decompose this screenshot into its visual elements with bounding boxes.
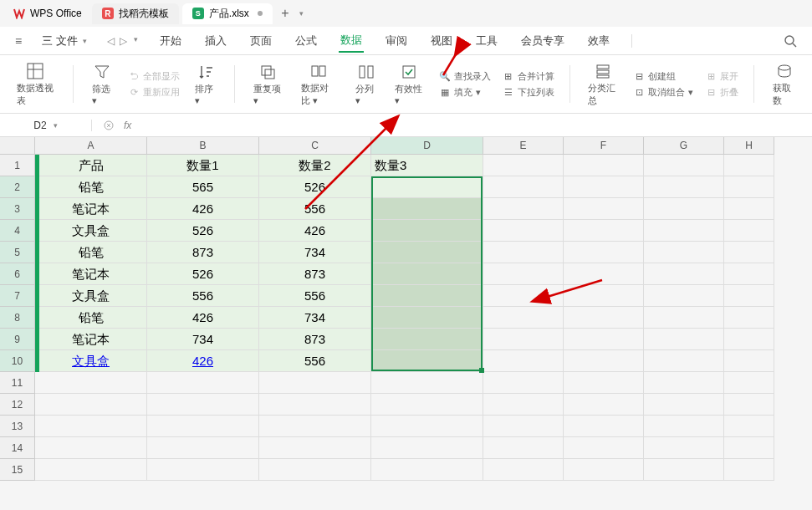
cell[interactable]: 笔记本 — [35, 198, 147, 220]
ribbon-filter[interactable]: 筛选 ▾ — [89, 60, 116, 108]
name-box[interactable]: D2 ▾ — [0, 120, 92, 131]
cell[interactable] — [147, 437, 259, 459]
ribbon-split[interactable]: 分列 ▾ — [352, 60, 380, 108]
cell[interactable] — [564, 176, 644, 198]
cell[interactable] — [644, 307, 724, 329]
row-header[interactable]: 7 — [0, 285, 35, 307]
cell[interactable]: 556 — [147, 285, 259, 307]
cell[interactable] — [644, 263, 724, 285]
cell[interactable] — [644, 394, 724, 416]
menu-formula[interactable]: 公式 — [294, 30, 319, 52]
cell[interactable] — [371, 307, 483, 329]
collapse-button[interactable]: ⊟折叠 — [705, 86, 738, 99]
cell[interactable] — [644, 329, 724, 350]
cell[interactable] — [724, 350, 774, 372]
menu-insert[interactable]: 插入 — [203, 30, 228, 52]
row-header[interactable]: 2 — [0, 176, 35, 198]
cell[interactable] — [35, 372, 147, 394]
cell[interactable]: 556 — [259, 285, 371, 307]
cell[interactable] — [35, 416, 147, 437]
cell[interactable] — [644, 350, 724, 372]
cell[interactable]: 铅笔 — [35, 242, 147, 263]
cell[interactable] — [724, 263, 774, 285]
cell[interactable] — [564, 307, 644, 329]
cell[interactable] — [483, 198, 564, 220]
row-header[interactable]: 6 — [0, 263, 35, 285]
menu-start[interactable]: 开始 — [158, 30, 183, 52]
tabs-dropdown-icon[interactable]: ▾ — [299, 9, 304, 18]
cell[interactable]: 426 — [147, 198, 259, 220]
col-header-A[interactable]: A — [35, 137, 147, 155]
cell[interactable] — [724, 416, 774, 437]
cell[interactable]: 笔记本 — [35, 263, 147, 285]
ungroup-button[interactable]: ⊡取消组合 ▾ — [633, 86, 693, 99]
cell[interactable] — [371, 220, 483, 242]
cell[interactable]: 426 — [259, 220, 371, 242]
cell[interactable] — [259, 459, 371, 481]
row-header[interactable]: 12 — [0, 394, 35, 416]
cell[interactable]: 873 — [147, 242, 259, 263]
menu-view[interactable]: 视图 — [429, 30, 454, 52]
cell[interactable] — [371, 459, 483, 481]
cell[interactable] — [724, 176, 774, 198]
cell[interactable] — [371, 437, 483, 459]
row-header[interactable]: 13 — [0, 416, 35, 437]
cell[interactable] — [564, 155, 644, 176]
cell[interactable] — [724, 329, 774, 350]
cell[interactable]: 734 — [259, 242, 371, 263]
cell[interactable] — [644, 176, 724, 198]
cell[interactable] — [259, 394, 371, 416]
cell[interactable] — [259, 416, 371, 437]
cell[interactable] — [371, 416, 483, 437]
cell[interactable]: 笔记本 — [35, 329, 147, 350]
cell[interactable]: 数量3 — [371, 155, 483, 176]
cell[interactable] — [483, 372, 564, 394]
cell[interactable] — [371, 242, 483, 263]
cell[interactable] — [724, 394, 774, 416]
cell[interactable] — [371, 394, 483, 416]
cell[interactable] — [564, 285, 644, 307]
cell[interactable] — [147, 459, 259, 481]
cell[interactable] — [644, 459, 724, 481]
menu-data[interactable]: 数据 — [339, 29, 364, 53]
select-all-corner[interactable] — [0, 137, 35, 155]
menu-member[interactable]: 会员专享 — [519, 30, 566, 52]
cell[interactable] — [35, 459, 147, 481]
menu-review[interactable]: 审阅 — [384, 30, 409, 52]
cell[interactable] — [724, 437, 774, 459]
cell[interactable]: 526 — [259, 176, 371, 198]
cell[interactable] — [147, 394, 259, 416]
fx-icon[interactable]: fx — [124, 120, 131, 131]
cell[interactable] — [371, 329, 483, 350]
reapply-button[interactable]: ⟳重新应用 — [128, 86, 180, 99]
back-icon[interactable]: ◁ — [107, 35, 115, 47]
ribbon-duplicates[interactable]: 重复项 ▾ — [250, 60, 285, 108]
cell[interactable] — [724, 155, 774, 176]
col-header-D[interactable]: D — [371, 137, 483, 155]
col-header-E[interactable]: E — [483, 137, 564, 155]
cell[interactable] — [564, 198, 644, 220]
fill-handle[interactable] — [479, 368, 484, 373]
merge-calc-button[interactable]: ⊞合并计算 — [503, 70, 554, 83]
cell[interactable]: 产品 — [35, 155, 147, 176]
cell[interactable] — [483, 416, 564, 437]
ribbon-get-data[interactable]: 获取数 — [769, 60, 799, 108]
forward-icon[interactable]: ▷ — [120, 35, 127, 47]
cell[interactable] — [259, 372, 371, 394]
expand-button[interactable]: ⊞展开 — [705, 70, 738, 83]
row-header[interactable]: 14 — [0, 437, 35, 459]
cell[interactable] — [644, 372, 724, 394]
cell[interactable] — [564, 459, 644, 481]
cell[interactable] — [483, 307, 564, 329]
cell[interactable] — [371, 263, 483, 285]
menu-tools[interactable]: 工具 — [474, 30, 499, 52]
cell[interactable] — [483, 176, 564, 198]
new-tab-button[interactable]: + — [276, 4, 294, 23]
row-header[interactable]: 5 — [0, 242, 35, 263]
file-menu[interactable]: 三 文件 ▾ — [42, 33, 87, 48]
cell[interactable] — [147, 372, 259, 394]
cell[interactable] — [724, 372, 774, 394]
cell[interactable] — [564, 329, 644, 350]
cell[interactable]: 526 — [147, 220, 259, 242]
cell[interactable] — [724, 307, 774, 329]
